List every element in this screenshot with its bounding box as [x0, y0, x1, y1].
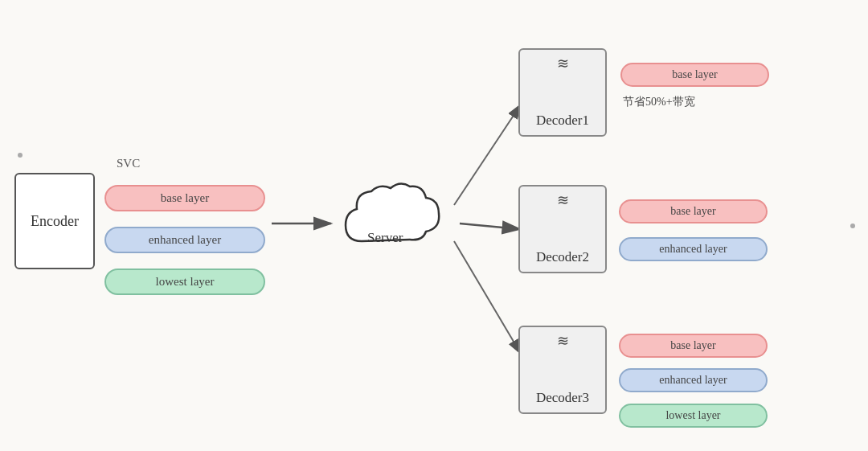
decoder3-box: ≋ Decoder3 [518, 326, 607, 414]
d1-base-layer: base layer [620, 63, 769, 87]
dot-tl [18, 153, 23, 158]
d1-note: 节省50%+带宽 [623, 95, 695, 109]
encoder-box: Encoder [14, 173, 95, 269]
enhanced-layer-left: enhanced layer [104, 227, 265, 253]
svg-line-2 [454, 105, 521, 205]
diagram-container: Encoder SVC base layer enhanced layer lo… [0, 0, 868, 451]
decoder1-box: ≋ Decoder1 [518, 48, 607, 137]
cloud-svg [330, 177, 458, 265]
decoder3-label: Decoder3 [536, 390, 589, 406]
decoder2-wifi-icon: ≋ [557, 191, 569, 209]
base-layer-left: base layer [104, 185, 265, 211]
decoder2-box: ≋ Decoder2 [518, 185, 607, 273]
dot-tr [850, 223, 855, 228]
decoder1-label: Decoder1 [536, 113, 589, 129]
svg-line-4 [454, 241, 521, 354]
d3-enhanced-layer: enhanced layer [619, 368, 768, 392]
server-label: Server [367, 230, 403, 246]
lowest-layer-left: lowest layer [104, 269, 265, 295]
d2-enhanced-layer: enhanced layer [619, 237, 768, 261]
cloud-container [330, 177, 458, 265]
d3-base-layer: base layer [619, 334, 768, 358]
decoder3-wifi-icon: ≋ [557, 332, 569, 350]
d3-lowest-layer: lowest layer [619, 404, 768, 428]
d2-base-layer: base layer [619, 199, 768, 223]
svc-label: SVC [117, 157, 140, 170]
decoder1-wifi-icon: ≋ [557, 55, 569, 72]
svg-line-3 [460, 223, 520, 229]
encoder-label: Encoder [31, 213, 79, 230]
decoder2-label: Decoder2 [536, 249, 589, 265]
